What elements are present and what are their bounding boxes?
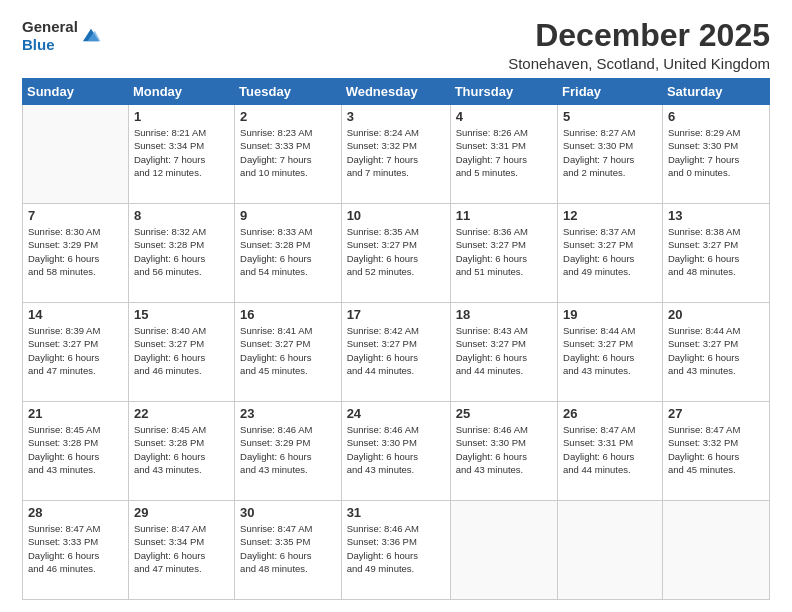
calendar-week-4: 21Sunrise: 8:45 AMSunset: 3:28 PMDayligh… bbox=[23, 402, 770, 501]
day-info: Sunrise: 8:23 AMSunset: 3:33 PMDaylight:… bbox=[240, 126, 336, 179]
day-number: 5 bbox=[563, 109, 657, 124]
subtitle: Stonehaven, Scotland, United Kingdom bbox=[508, 55, 770, 72]
day-number: 23 bbox=[240, 406, 336, 421]
col-wednesday: Wednesday bbox=[341, 79, 450, 105]
day-info: Sunrise: 8:35 AMSunset: 3:27 PMDaylight:… bbox=[347, 225, 445, 278]
col-monday: Monday bbox=[128, 79, 234, 105]
day-info: Sunrise: 8:36 AMSunset: 3:27 PMDaylight:… bbox=[456, 225, 552, 278]
logo: General Blue bbox=[22, 18, 102, 54]
day-info: Sunrise: 8:30 AMSunset: 3:29 PMDaylight:… bbox=[28, 225, 123, 278]
header-row: Sunday Monday Tuesday Wednesday Thursday… bbox=[23, 79, 770, 105]
calendar-cell: 4Sunrise: 8:26 AMSunset: 3:31 PMDaylight… bbox=[450, 105, 557, 204]
calendar-cell: 11Sunrise: 8:36 AMSunset: 3:27 PMDayligh… bbox=[450, 204, 557, 303]
day-number: 7 bbox=[28, 208, 123, 223]
day-info: Sunrise: 8:40 AMSunset: 3:27 PMDaylight:… bbox=[134, 324, 229, 377]
logo-blue: Blue bbox=[22, 36, 55, 53]
day-number: 2 bbox=[240, 109, 336, 124]
day-info: Sunrise: 8:43 AMSunset: 3:27 PMDaylight:… bbox=[456, 324, 552, 377]
calendar-cell: 14Sunrise: 8:39 AMSunset: 3:27 PMDayligh… bbox=[23, 303, 129, 402]
calendar-cell: 18Sunrise: 8:43 AMSunset: 3:27 PMDayligh… bbox=[450, 303, 557, 402]
calendar-cell: 20Sunrise: 8:44 AMSunset: 3:27 PMDayligh… bbox=[662, 303, 769, 402]
day-info: Sunrise: 8:24 AMSunset: 3:32 PMDaylight:… bbox=[347, 126, 445, 179]
calendar-week-2: 7Sunrise: 8:30 AMSunset: 3:29 PMDaylight… bbox=[23, 204, 770, 303]
day-info: Sunrise: 8:46 AMSunset: 3:29 PMDaylight:… bbox=[240, 423, 336, 476]
logo-general: General bbox=[22, 18, 78, 35]
day-info: Sunrise: 8:41 AMSunset: 3:27 PMDaylight:… bbox=[240, 324, 336, 377]
calendar-cell: 23Sunrise: 8:46 AMSunset: 3:29 PMDayligh… bbox=[235, 402, 342, 501]
calendar-week-1: 1Sunrise: 8:21 AMSunset: 3:34 PMDaylight… bbox=[23, 105, 770, 204]
day-number: 22 bbox=[134, 406, 229, 421]
calendar-cell: 26Sunrise: 8:47 AMSunset: 3:31 PMDayligh… bbox=[558, 402, 663, 501]
day-info: Sunrise: 8:32 AMSunset: 3:28 PMDaylight:… bbox=[134, 225, 229, 278]
day-info: Sunrise: 8:46 AMSunset: 3:36 PMDaylight:… bbox=[347, 522, 445, 575]
day-number: 17 bbox=[347, 307, 445, 322]
page: General Blue December 2025 Stonehaven, S… bbox=[0, 0, 792, 612]
calendar-cell: 7Sunrise: 8:30 AMSunset: 3:29 PMDaylight… bbox=[23, 204, 129, 303]
calendar-cell: 31Sunrise: 8:46 AMSunset: 3:36 PMDayligh… bbox=[341, 501, 450, 600]
day-number: 20 bbox=[668, 307, 764, 322]
day-number: 6 bbox=[668, 109, 764, 124]
day-info: Sunrise: 8:47 AMSunset: 3:33 PMDaylight:… bbox=[28, 522, 123, 575]
calendar-cell: 27Sunrise: 8:47 AMSunset: 3:32 PMDayligh… bbox=[662, 402, 769, 501]
day-number: 4 bbox=[456, 109, 552, 124]
col-saturday: Saturday bbox=[662, 79, 769, 105]
calendar-cell bbox=[558, 501, 663, 600]
calendar-cell: 19Sunrise: 8:44 AMSunset: 3:27 PMDayligh… bbox=[558, 303, 663, 402]
day-number: 13 bbox=[668, 208, 764, 223]
calendar-cell: 6Sunrise: 8:29 AMSunset: 3:30 PMDaylight… bbox=[662, 105, 769, 204]
calendar-cell: 2Sunrise: 8:23 AMSunset: 3:33 PMDaylight… bbox=[235, 105, 342, 204]
calendar-cell: 25Sunrise: 8:46 AMSunset: 3:30 PMDayligh… bbox=[450, 402, 557, 501]
calendar-cell: 22Sunrise: 8:45 AMSunset: 3:28 PMDayligh… bbox=[128, 402, 234, 501]
day-info: Sunrise: 8:42 AMSunset: 3:27 PMDaylight:… bbox=[347, 324, 445, 377]
col-sunday: Sunday bbox=[23, 79, 129, 105]
day-info: Sunrise: 8:47 AMSunset: 3:35 PMDaylight:… bbox=[240, 522, 336, 575]
day-info: Sunrise: 8:44 AMSunset: 3:27 PMDaylight:… bbox=[563, 324, 657, 377]
calendar-cell: 15Sunrise: 8:40 AMSunset: 3:27 PMDayligh… bbox=[128, 303, 234, 402]
day-info: Sunrise: 8:29 AMSunset: 3:30 PMDaylight:… bbox=[668, 126, 764, 179]
day-info: Sunrise: 8:21 AMSunset: 3:34 PMDaylight:… bbox=[134, 126, 229, 179]
day-number: 9 bbox=[240, 208, 336, 223]
day-number: 31 bbox=[347, 505, 445, 520]
calendar-cell: 16Sunrise: 8:41 AMSunset: 3:27 PMDayligh… bbox=[235, 303, 342, 402]
day-number: 27 bbox=[668, 406, 764, 421]
col-friday: Friday bbox=[558, 79, 663, 105]
day-number: 1 bbox=[134, 109, 229, 124]
main-title: December 2025 bbox=[508, 18, 770, 53]
col-thursday: Thursday bbox=[450, 79, 557, 105]
title-block: December 2025 Stonehaven, Scotland, Unit… bbox=[508, 18, 770, 72]
day-info: Sunrise: 8:45 AMSunset: 3:28 PMDaylight:… bbox=[28, 423, 123, 476]
day-info: Sunrise: 8:46 AMSunset: 3:30 PMDaylight:… bbox=[347, 423, 445, 476]
day-info: Sunrise: 8:47 AMSunset: 3:32 PMDaylight:… bbox=[668, 423, 764, 476]
day-info: Sunrise: 8:38 AMSunset: 3:27 PMDaylight:… bbox=[668, 225, 764, 278]
day-number: 30 bbox=[240, 505, 336, 520]
day-info: Sunrise: 8:46 AMSunset: 3:30 PMDaylight:… bbox=[456, 423, 552, 476]
day-number: 24 bbox=[347, 406, 445, 421]
day-info: Sunrise: 8:44 AMSunset: 3:27 PMDaylight:… bbox=[668, 324, 764, 377]
day-number: 3 bbox=[347, 109, 445, 124]
calendar-week-5: 28Sunrise: 8:47 AMSunset: 3:33 PMDayligh… bbox=[23, 501, 770, 600]
calendar-cell: 5Sunrise: 8:27 AMSunset: 3:30 PMDaylight… bbox=[558, 105, 663, 204]
calendar-cell: 10Sunrise: 8:35 AMSunset: 3:27 PMDayligh… bbox=[341, 204, 450, 303]
day-info: Sunrise: 8:47 AMSunset: 3:31 PMDaylight:… bbox=[563, 423, 657, 476]
day-number: 19 bbox=[563, 307, 657, 322]
calendar-cell: 8Sunrise: 8:32 AMSunset: 3:28 PMDaylight… bbox=[128, 204, 234, 303]
day-number: 18 bbox=[456, 307, 552, 322]
day-number: 16 bbox=[240, 307, 336, 322]
calendar-cell: 17Sunrise: 8:42 AMSunset: 3:27 PMDayligh… bbox=[341, 303, 450, 402]
calendar-cell: 24Sunrise: 8:46 AMSunset: 3:30 PMDayligh… bbox=[341, 402, 450, 501]
calendar-cell: 21Sunrise: 8:45 AMSunset: 3:28 PMDayligh… bbox=[23, 402, 129, 501]
calendar-cell: 3Sunrise: 8:24 AMSunset: 3:32 PMDaylight… bbox=[341, 105, 450, 204]
calendar-cell bbox=[662, 501, 769, 600]
calendar-cell bbox=[23, 105, 129, 204]
day-number: 26 bbox=[563, 406, 657, 421]
day-info: Sunrise: 8:27 AMSunset: 3:30 PMDaylight:… bbox=[563, 126, 657, 179]
day-number: 21 bbox=[28, 406, 123, 421]
col-tuesday: Tuesday bbox=[235, 79, 342, 105]
calendar: Sunday Monday Tuesday Wednesday Thursday… bbox=[22, 78, 770, 600]
day-number: 10 bbox=[347, 208, 445, 223]
day-info: Sunrise: 8:33 AMSunset: 3:28 PMDaylight:… bbox=[240, 225, 336, 278]
day-number: 15 bbox=[134, 307, 229, 322]
calendar-cell bbox=[450, 501, 557, 600]
day-number: 8 bbox=[134, 208, 229, 223]
calendar-week-3: 14Sunrise: 8:39 AMSunset: 3:27 PMDayligh… bbox=[23, 303, 770, 402]
